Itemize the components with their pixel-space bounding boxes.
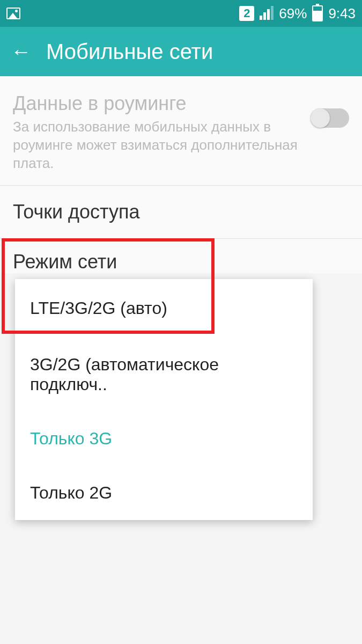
network-mode-title: Режим сети [0, 239, 362, 273]
sim-badge: 2 [239, 6, 254, 21]
back-arrow-icon[interactable]: ← [11, 40, 31, 63]
popup-option-3g-2g[interactable]: 3G/2G (автоматическое подключ.. [15, 338, 313, 412]
status-bar: 2 69% 9:43 [0, 0, 362, 27]
network-mode-popup: LTE/3G/2G (авто) 3G/2G (автоматическое п… [15, 279, 313, 520]
content-area: Данные в роуминге За использование мобил… [0, 76, 362, 273]
page-title: Мобильные сети [46, 40, 213, 64]
app-bar: ← Мобильные сети [0, 27, 362, 76]
roaming-toggle[interactable] [311, 108, 349, 128]
battery-percent: 69% [279, 5, 307, 22]
status-left [6, 8, 20, 19]
popup-option-3g-only[interactable]: Только 3G [15, 412, 313, 466]
roaming-title: Данные в роуминге [13, 92, 311, 115]
status-right: 2 69% 9:43 [239, 5, 356, 22]
battery-icon [312, 5, 323, 21]
popup-option-2g-only[interactable]: Только 2G [15, 466, 313, 520]
signal-icon [260, 7, 274, 20]
access-points-setting[interactable]: Точки доступа [0, 186, 362, 239]
clock: 9:43 [328, 5, 356, 22]
roaming-text: Данные в роуминге За использование мобил… [13, 92, 311, 172]
roaming-description: За использование мобильных данных в роум… [13, 118, 311, 172]
popup-option-lte-3g-2g[interactable]: LTE/3G/2G (авто) [15, 279, 313, 338]
screenshot-icon [6, 8, 20, 19]
roaming-setting[interactable]: Данные в роуминге За использование мобил… [0, 92, 362, 186]
